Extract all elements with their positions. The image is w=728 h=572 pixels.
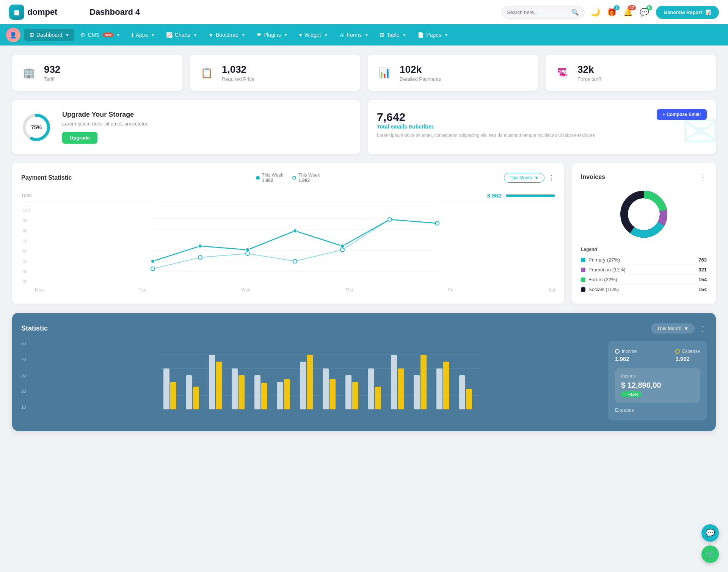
svg-rect-36 xyxy=(170,382,176,409)
sidebar-item-bootstrap[interactable]: ★ Bootstrap ▼ xyxy=(203,29,251,41)
statistic-filter-button[interactable]: This Month ▼ xyxy=(651,323,695,334)
search-icon[interactable]: 🔍 xyxy=(571,9,579,16)
sidebar-item-forms[interactable]: 🖨 Forms ▼ xyxy=(334,29,374,41)
payment-title: Payment Statistic xyxy=(21,174,72,181)
bar-chart-wrapper: 50 40 30 20 10 xyxy=(21,341,599,411)
stat-card-required-price-info: 1,032 Required Price xyxy=(222,64,254,82)
payment-statistic-card: Payment Statistic This Week 1.982 This W… xyxy=(12,163,564,304)
more-options-button[interactable]: ⋮ xyxy=(548,173,555,182)
sidebar-item-table[interactable]: ⊞ Table ▼ xyxy=(375,29,411,41)
cms-new-badge: New xyxy=(103,33,114,37)
income-dot xyxy=(615,349,620,354)
statistic-title: Statistic xyxy=(21,324,48,332)
invoices-legend: Legend Primary (27%) 763 Promotion (11%)… xyxy=(581,247,707,295)
line-chart-svg xyxy=(35,208,555,284)
sidebar-item-charts[interactable]: 📈 Charts ▼ xyxy=(161,29,202,41)
email-card: + Compose Email 7,642 Total emails Subcr… xyxy=(368,100,716,154)
search-area: 🔍 xyxy=(501,6,585,19)
navbar: 👤 ⊞ Dashboard ▼ ⚙ CMS New ▼ ℹ Apps ▼ 📈 C… xyxy=(0,24,728,45)
sidebar-item-dashboard[interactable]: ⊞ Dashboard ▼ xyxy=(24,29,74,41)
svg-rect-44 xyxy=(261,383,267,409)
chart-info-row: Total 3.982 xyxy=(21,189,555,202)
bell-btn[interactable]: 🔔 12 xyxy=(623,8,633,17)
promotion-val: 321 xyxy=(698,267,707,273)
sidebar-item-apps[interactable]: ℹ Apps ▼ xyxy=(126,29,160,41)
svg-rect-35 xyxy=(163,368,169,409)
invoices-more-button[interactable]: ⋮ xyxy=(699,172,707,182)
sidebar-item-plugins[interactable]: ❤ Plugins ▼ xyxy=(251,29,293,41)
sidebar-item-pages[interactable]: 📄 Pages ▼ xyxy=(412,29,453,41)
income-legend-label: Income xyxy=(622,349,637,354)
total-bar-thin xyxy=(506,194,555,197)
topbar: ◼ dompet Dashboard 4 🔍 🌙 🎁 2 🔔 12 💬 5 Ge… xyxy=(0,0,728,24)
svg-point-12 xyxy=(246,248,249,252)
svg-point-18 xyxy=(198,255,202,259)
svg-rect-55 xyxy=(391,355,397,409)
force-tariff-label: Force tariff xyxy=(577,76,601,82)
forum-label: Forum (22%) xyxy=(588,277,617,282)
invoice-legend-promotion: Promotion (11%) 321 xyxy=(581,265,707,275)
nav-label-charts: Charts xyxy=(175,32,190,38)
statistic-card: Statistic This Month ▼ ⋮ 50 40 30 20 10 xyxy=(12,313,716,431)
bootstrap-icon: ★ xyxy=(209,32,213,38)
income-box-label: Income xyxy=(621,373,694,379)
email-desc: Lorem ipsum dolor sit amet, consectetur … xyxy=(377,133,608,138)
charts-icon: 📈 xyxy=(166,32,173,38)
detailed-payments-icon: 📊 xyxy=(375,64,394,82)
cms-icon: ⚙ xyxy=(80,32,85,38)
logo-text: dompet xyxy=(27,7,57,17)
nav-label-dashboard: Dashboard xyxy=(36,32,63,38)
force-tariff-num: 32k xyxy=(577,64,601,75)
this-month-filter[interactable]: This Month ▼ xyxy=(504,173,544,183)
svg-point-20 xyxy=(293,259,297,263)
cms-chevron-icon: ▼ xyxy=(116,33,120,37)
chevron-down-statistic-icon: ▼ xyxy=(684,326,689,331)
sidebar-item-widget[interactable]: ♥ Widget ▼ xyxy=(294,29,333,41)
pages-icon: 📄 xyxy=(417,32,424,38)
promotion-label: Promotion (11%) xyxy=(588,267,626,273)
svg-rect-53 xyxy=(368,368,374,409)
income-box: Income $ 12,890,00 ↑ +15% xyxy=(615,368,700,403)
invoices-title: Invoices xyxy=(581,174,605,180)
svg-point-23 xyxy=(435,221,439,225)
forms-chevron-icon: ▼ xyxy=(365,33,369,37)
total-label: Total xyxy=(21,193,31,198)
sidebar-item-cms[interactable]: ⚙ CMS New ▼ xyxy=(75,29,126,41)
legend-label-2: This Week 1.982 xyxy=(298,172,320,183)
payment-controls: This Month ▼ ⋮ xyxy=(504,173,555,183)
invoices-header: Invoices ⋮ xyxy=(581,172,707,182)
arrow-up-icon: ↑ xyxy=(624,392,626,396)
svg-rect-42 xyxy=(238,375,245,409)
widget-chevron-icon: ▼ xyxy=(324,33,328,37)
svg-rect-57 xyxy=(414,375,420,409)
chat-btn-top[interactable]: 💬 5 xyxy=(640,8,649,17)
statistic-right-panel: Income 1.982 Expense 1.982 Income $ 1 xyxy=(608,341,707,420)
bootstrap-chevron-icon: ▼ xyxy=(242,33,245,37)
circle-progress: 75% xyxy=(21,112,52,143)
generate-report-button[interactable]: Generate Report 📊 xyxy=(656,6,719,19)
gift-btn[interactable]: 🎁 2 xyxy=(607,8,617,17)
forum-dot xyxy=(581,277,585,282)
table-chevron-icon: ▼ xyxy=(402,33,406,37)
stat-legends: Income 1.982 Expense 1.982 xyxy=(615,349,700,362)
svg-point-13 xyxy=(293,229,297,233)
chevron-down-filter-icon: ▼ xyxy=(534,175,539,180)
primary-label: Primary (27%) xyxy=(588,257,620,263)
detailed-payments-label: Detalled Payments xyxy=(400,76,441,82)
bell-badge: 12 xyxy=(628,5,636,10)
upgrade-button[interactable]: Upgrade xyxy=(62,132,97,144)
svg-rect-54 xyxy=(375,387,381,409)
required-price-label: Required Price xyxy=(222,76,254,82)
forms-icon: 🖨 xyxy=(339,32,344,38)
svg-rect-56 xyxy=(398,368,404,409)
statistic-more-button[interactable]: ⋮ xyxy=(699,324,707,333)
svg-rect-61 xyxy=(459,375,465,409)
statistic-filter-label: This Month xyxy=(657,326,681,331)
email-subtitle: Total emails Subcriber. xyxy=(377,124,707,130)
svg-rect-50 xyxy=(329,379,336,409)
bar-y-labels: 50 40 30 20 10 xyxy=(21,341,26,409)
darkmode-btn[interactable]: 🌙 xyxy=(591,8,600,17)
svg-point-14 xyxy=(340,244,344,248)
chart-row: Payment Statistic This Week 1.982 This W… xyxy=(12,163,716,304)
search-input[interactable] xyxy=(507,9,568,15)
